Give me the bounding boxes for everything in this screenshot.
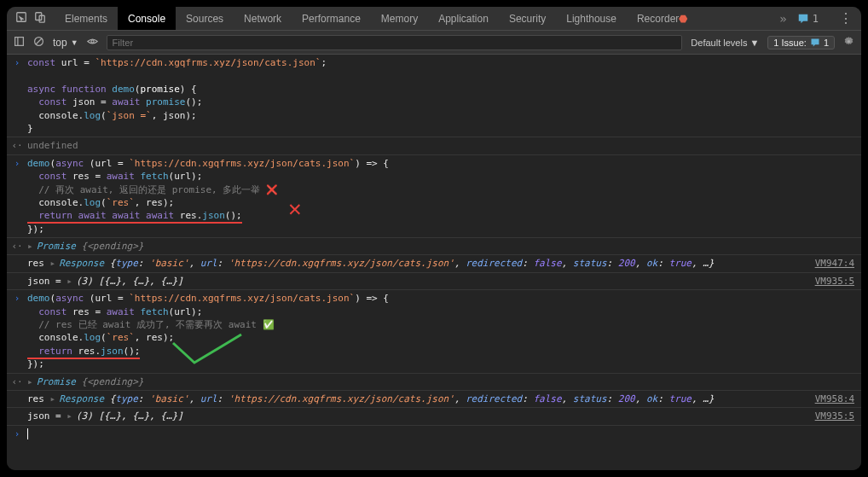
- input-marker-icon: ›: [14, 158, 20, 169]
- red-x-annotation: ✕: [288, 193, 302, 224]
- sidebar-toggle-icon[interactable]: [14, 36, 25, 49]
- tab-elements[interactable]: Elements: [55, 7, 118, 30]
- console-result-row: ‹· ▸Promise {<pending>}: [7, 374, 861, 391]
- inspect-icon[interactable]: [15, 11, 27, 26]
- tab-network[interactable]: Network: [234, 7, 292, 30]
- expand-icon[interactable]: ▸: [27, 241, 33, 252]
- expand-icon[interactable]: ▸: [67, 276, 72, 287]
- svg-rect-1: [36, 13, 42, 20]
- tab-console[interactable]: Console: [118, 7, 176, 30]
- input-marker-icon: ›: [14, 57, 20, 68]
- source-link[interactable]: VM935:5: [815, 275, 854, 288]
- tab-application[interactable]: Application: [428, 7, 499, 30]
- tab-lighthouse[interactable]: Lighthouse: [556, 7, 627, 30]
- tab-security[interactable]: Security: [499, 7, 556, 30]
- console-log-row: json = ▸(3) [{…}, {…}, {…}] VM935:5: [7, 408, 861, 425]
- console-log-row: json = ▸(3) [{…}, {…}, {…}] VM935:5: [7, 273, 861, 290]
- kebab-icon[interactable]: ⋮: [839, 10, 853, 26]
- console-log-row: res ▸Response {type: 'basic', url: 'http…: [7, 391, 861, 408]
- tab-memory[interactable]: Memory: [371, 7, 428, 30]
- log-levels[interactable]: Default levels ▼: [691, 38, 759, 48]
- output-marker-icon: ‹·: [11, 241, 22, 252]
- expand-icon[interactable]: ▸: [50, 393, 56, 404]
- context-selector[interactable]: top ▼: [53, 37, 78, 49]
- source-link[interactable]: VM958:4: [815, 393, 854, 405]
- console-output[interactable]: › const url = `https://cdn.xgqfrms.xyz/j…: [7, 55, 861, 470]
- issues-badge[interactable]: 1: [797, 13, 819, 25]
- svg-line-6: [36, 38, 42, 44]
- device-icon[interactable]: [34, 11, 46, 26]
- tab-recorder[interactable]: Recorder ⬣: [627, 7, 697, 30]
- input-marker-icon: ›: [14, 428, 20, 439]
- settings-icon-small[interactable]: [843, 36, 854, 49]
- svg-rect-3: [15, 37, 24, 45]
- console-log-row: res ▸Response {type: 'basic', url: 'http…: [7, 255, 861, 272]
- source-link[interactable]: VM947:4: [815, 257, 854, 270]
- devtools-frame: Elements Console Sources Network Perform…: [7, 7, 861, 470]
- svg-point-7: [90, 39, 93, 42]
- console-prompt-row[interactable]: ›: [7, 426, 861, 442]
- output-marker-icon: ‹·: [11, 376, 22, 387]
- input-marker-icon: ›: [14, 293, 20, 304]
- console-input-row: › demo(async (url = `https://cdn.xgqfrms…: [7, 155, 861, 238]
- expand-icon[interactable]: ▸: [50, 258, 56, 269]
- tab-performance[interactable]: Performance: [292, 7, 371, 30]
- console-input-row: › demo(async (url = `https://cdn.xgqfrms…: [7, 290, 861, 373]
- more-tabs-icon[interactable]: »: [779, 12, 786, 26]
- issues-button[interactable]: 1 Issue: 1: [767, 36, 835, 49]
- console-result-row: ‹· undefined: [7, 137, 861, 154]
- green-check-annotation: [169, 333, 246, 370]
- tab-sources[interactable]: Sources: [176, 7, 234, 30]
- source-link[interactable]: VM935:5: [815, 410, 854, 422]
- console-toolbar: top ▼ Default levels ▼ 1 Issue: 1: [7, 31, 861, 55]
- console-result-row: ‹· ▸Promise {<pending>}: [7, 238, 861, 255]
- console-input-row: › const url = `https://cdn.xgqfrms.xyz/j…: [7, 55, 861, 137]
- expand-icon[interactable]: ▸: [27, 376, 33, 387]
- output-marker-icon: ‹·: [11, 140, 22, 151]
- clear-console-icon[interactable]: [33, 36, 44, 49]
- filter-input[interactable]: [107, 35, 683, 50]
- cursor: [27, 428, 28, 439]
- tab-bar: Elements Console Sources Network Perform…: [7, 7, 861, 31]
- expand-icon[interactable]: ▸: [67, 410, 72, 422]
- eye-icon[interactable]: [87, 36, 98, 49]
